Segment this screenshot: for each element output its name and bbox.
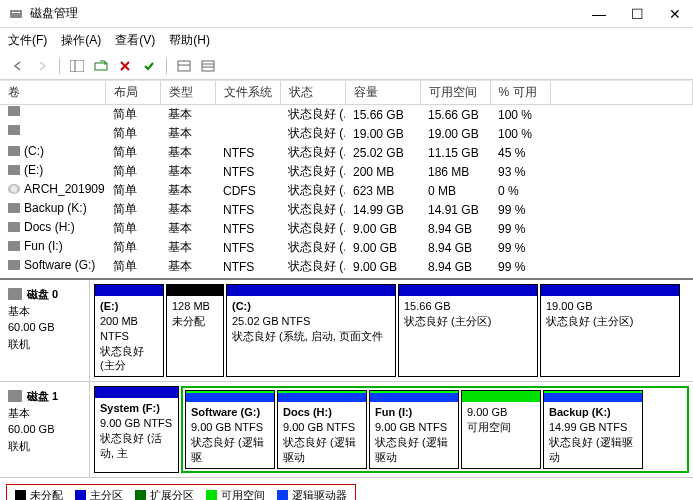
disk-size: 60.00 GB bbox=[8, 319, 81, 336]
cell-status: 状态良好 (... bbox=[280, 181, 345, 200]
cell-capacity: 200 MB bbox=[345, 162, 420, 181]
refresh-icon[interactable] bbox=[91, 57, 111, 75]
volume-name: ARCH_201909 (D:) bbox=[24, 182, 105, 196]
close-button[interactable]: ✕ bbox=[665, 4, 685, 24]
cell-pct: 99 % bbox=[490, 238, 550, 257]
partition-label: System (F:) bbox=[100, 401, 173, 416]
cell-layout: 简单 bbox=[105, 105, 160, 125]
partition[interactable]: Backup (K:) 14.99 GB NTFS 状态良好 (逻辑驱动 bbox=[543, 390, 643, 468]
col-type[interactable]: 类型 bbox=[160, 81, 215, 105]
col-capacity[interactable]: 容量 bbox=[345, 81, 420, 105]
partition-label: (C:) bbox=[232, 299, 390, 314]
cell-layout: 简单 bbox=[105, 143, 160, 162]
cell-pct: 99 % bbox=[490, 257, 550, 276]
volume-list[interactable]: 卷 布局 类型 文件系统 状态 容量 可用空间 % 可用 简单 基本 状态良好 … bbox=[0, 80, 693, 278]
cell-type: 基本 bbox=[160, 200, 215, 219]
list-view-icon[interactable] bbox=[174, 57, 194, 75]
cell-type: 基本 bbox=[160, 181, 215, 200]
delete-icon[interactable] bbox=[115, 57, 135, 75]
col-pctfree[interactable]: % 可用 bbox=[490, 81, 550, 105]
partition-status: 可用空间 bbox=[467, 420, 535, 435]
col-free[interactable]: 可用空间 bbox=[420, 81, 490, 105]
partition[interactable]: (C:) 25.02 GB NTFS 状态良好 (系统, 启动, 页面文件 bbox=[226, 284, 396, 377]
check-icon[interactable] bbox=[139, 57, 159, 75]
svg-rect-0 bbox=[10, 10, 22, 18]
svg-rect-2 bbox=[70, 60, 84, 72]
partition[interactable]: 128 MB 未分配 bbox=[166, 284, 224, 377]
maximize-button[interactable]: ☐ bbox=[627, 4, 647, 24]
partition-size: 9.00 GB bbox=[467, 405, 535, 420]
detail-view-icon[interactable] bbox=[198, 57, 218, 75]
cell-fs bbox=[215, 105, 280, 125]
partition-size: 200 MB NTFS bbox=[100, 314, 158, 344]
partition[interactable]: System (F:) 9.00 GB NTFS 状态良好 (活动, 主 bbox=[94, 386, 179, 472]
table-row[interactable]: Backup (K:) 简单 基本 NTFS 状态良好 (... 14.99 G… bbox=[0, 200, 693, 219]
partition[interactable]: 9.00 GB 可用空间 bbox=[461, 390, 541, 468]
volume-name: Fun (I:) bbox=[24, 239, 63, 253]
extended-partition[interactable]: Software (G:) 9.00 GB NTFS 状态良好 (逻辑驱 Doc… bbox=[181, 386, 689, 472]
pane-icon[interactable] bbox=[67, 57, 87, 75]
cell-layout: 简单 bbox=[105, 219, 160, 238]
cell-capacity: 9.00 GB bbox=[345, 238, 420, 257]
forward-button[interactable] bbox=[32, 57, 52, 75]
volume-name: Docs (H:) bbox=[24, 220, 75, 234]
partition-label: Docs (H:) bbox=[283, 405, 361, 420]
menu-file[interactable]: 文件(F) bbox=[8, 32, 47, 49]
partition-bar bbox=[544, 391, 642, 402]
table-row[interactable]: 简单 基本 状态良好 (... 15.66 GB 15.66 GB 100 % bbox=[0, 105, 693, 125]
cell-free: 19.00 GB bbox=[420, 124, 490, 143]
menu-action[interactable]: 操作(A) bbox=[61, 32, 101, 49]
cell-pct: 93 % bbox=[490, 162, 550, 181]
cell-status: 状态良好 (... bbox=[280, 105, 345, 125]
legend-box-ext bbox=[135, 490, 146, 500]
partition-status: 状态良好 (逻辑驱 bbox=[191, 435, 269, 465]
cell-layout: 简单 bbox=[105, 162, 160, 181]
table-row[interactable]: Fun (I:) 简单 基本 NTFS 状态良好 (... 9.00 GB 8.… bbox=[0, 238, 693, 257]
volume-icon bbox=[8, 106, 20, 116]
disk-icon bbox=[8, 390, 22, 402]
column-headers[interactable]: 卷 布局 类型 文件系统 状态 容量 可用空间 % 可用 bbox=[0, 81, 693, 105]
partition[interactable]: 19.00 GB 状态良好 (主分区) bbox=[540, 284, 680, 377]
cell-fs: NTFS bbox=[215, 162, 280, 181]
partition-bar bbox=[167, 285, 223, 296]
table-row[interactable]: ARCH_201909 (D:) 简单 基本 CDFS 状态良好 (... 62… bbox=[0, 181, 693, 200]
cell-free: 8.94 GB bbox=[420, 257, 490, 276]
back-button[interactable] bbox=[8, 57, 28, 75]
col-layout[interactable]: 布局 bbox=[105, 81, 160, 105]
legend-ext: 扩展分区 bbox=[150, 488, 194, 500]
cell-type: 基本 bbox=[160, 257, 215, 276]
minimize-button[interactable]: — bbox=[589, 4, 609, 24]
table-row[interactable]: Software (G:) 简单 基本 NTFS 状态良好 (... 9.00 … bbox=[0, 257, 693, 276]
cell-fs: NTFS bbox=[215, 143, 280, 162]
table-row[interactable]: (E:) 简单 基本 NTFS 状态良好 (... 200 MB 186 MB … bbox=[0, 162, 693, 181]
partition[interactable]: Software (G:) 9.00 GB NTFS 状态良好 (逻辑驱 bbox=[185, 390, 275, 468]
volume-icon bbox=[8, 125, 20, 135]
cell-capacity: 623 MB bbox=[345, 181, 420, 200]
cell-layout: 简单 bbox=[105, 238, 160, 257]
partition-bar bbox=[95, 285, 163, 296]
disk-row: 磁盘 0 基本 60.00 GB 联机 (E:) 200 MB NTFS 状态良… bbox=[0, 280, 693, 382]
menu-view[interactable]: 查看(V) bbox=[115, 32, 155, 49]
col-status[interactable]: 状态 bbox=[280, 81, 345, 105]
legend-free: 可用空间 bbox=[221, 488, 265, 500]
partition-size: 9.00 GB NTFS bbox=[375, 420, 453, 435]
cell-status: 状态良好 (... bbox=[280, 200, 345, 219]
table-row[interactable]: Docs (H:) 简单 基本 NTFS 状态良好 (... 9.00 GB 8… bbox=[0, 219, 693, 238]
partition[interactable]: Docs (H:) 9.00 GB NTFS 状态良好 (逻辑驱动 bbox=[277, 390, 367, 468]
partition-size: 15.66 GB bbox=[404, 299, 532, 314]
disk-header[interactable]: 磁盘 0 基本 60.00 GB 联机 bbox=[0, 280, 90, 381]
partition[interactable]: (E:) 200 MB NTFS 状态良好 (主分 bbox=[94, 284, 164, 377]
col-volume[interactable]: 卷 bbox=[0, 81, 105, 105]
svg-rect-5 bbox=[178, 61, 190, 71]
cell-pct: 100 % bbox=[490, 105, 550, 125]
partition[interactable]: 15.66 GB 状态良好 (主分区) bbox=[398, 284, 538, 377]
disk-name: 磁盘 0 bbox=[27, 286, 58, 303]
menubar: 文件(F) 操作(A) 查看(V) 帮助(H) bbox=[0, 28, 693, 53]
table-row[interactable]: (C:) 简单 基本 NTFS 状态良好 (... 25.02 GB 11.15… bbox=[0, 143, 693, 162]
menu-help[interactable]: 帮助(H) bbox=[169, 32, 210, 49]
table-row[interactable]: 简单 基本 状态良好 (... 19.00 GB 19.00 GB 100 % bbox=[0, 124, 693, 143]
cell-fs: NTFS bbox=[215, 238, 280, 257]
disk-header[interactable]: 磁盘 1 基本 60.00 GB 联机 bbox=[0, 382, 90, 476]
partition[interactable]: Fun (I:) 9.00 GB NTFS 状态良好 (逻辑驱动 bbox=[369, 390, 459, 468]
col-fs[interactable]: 文件系统 bbox=[215, 81, 280, 105]
